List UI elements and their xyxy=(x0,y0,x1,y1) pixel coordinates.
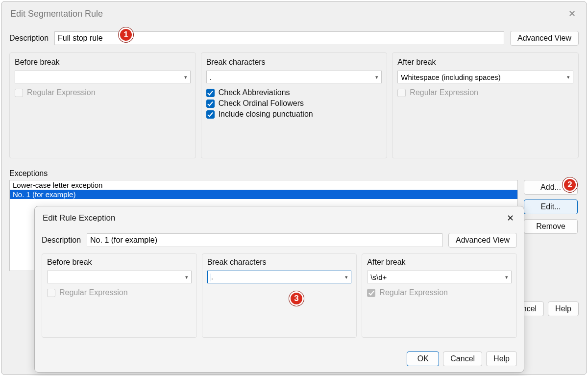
inner-break-label: Break characters xyxy=(207,258,352,267)
break-characters-combo[interactable]: . ▾ xyxy=(206,71,382,83)
chevron-down-icon: ▾ xyxy=(567,74,570,80)
list-item[interactable]: No. 1 (for example) xyxy=(10,190,517,199)
help-button[interactable]: Help xyxy=(548,301,579,316)
inner-help-button[interactable]: Help xyxy=(486,351,517,366)
panel-before-break: Before break ▾ Regular Expression xyxy=(9,52,196,158)
list-item[interactable]: Lower-case letter exception xyxy=(10,180,517,190)
inner-ok-button[interactable]: OK xyxy=(407,351,439,366)
inner-after-regex-row: Regular Expression xyxy=(367,288,512,297)
inner-description-label: Description xyxy=(42,236,81,245)
inner-panel-after-break: After break \s\d+ ▾ Regular Expression xyxy=(362,253,517,338)
callout-marker-3: 3 xyxy=(289,291,304,306)
check-ordinal-checkbox[interactable] xyxy=(206,100,215,108)
callout-marker-1: 1 xyxy=(119,27,133,42)
after-regex-checkbox xyxy=(397,89,406,97)
after-regex-row: Regular Expression xyxy=(397,88,573,97)
callout-marker-2: 2 xyxy=(563,177,577,192)
inner-after-combo[interactable]: \s\d+ ▾ xyxy=(367,271,512,283)
before-regex-checkbox xyxy=(15,89,23,97)
inner-description-input[interactable] xyxy=(87,233,442,247)
chevron-down-icon: ▾ xyxy=(345,274,348,280)
before-regex-row: Regular Expression xyxy=(15,88,191,97)
edit-rule-exception-dialog: Edit Rule Exception ✕ Description Advanc… xyxy=(34,206,524,373)
advanced-view-button[interactable]: Advanced View xyxy=(510,31,579,46)
inner-before-regex-row: Regular Expression xyxy=(47,288,192,297)
remove-exception-button[interactable]: Remove xyxy=(524,219,578,234)
inner-break-combo[interactable]: . ▾ xyxy=(207,271,352,283)
caret-icon xyxy=(211,274,211,281)
chevron-down-icon: ▾ xyxy=(505,274,508,280)
titlebar: Edit Segmentation Rule ✕ xyxy=(1,1,587,22)
chevron-down-icon: ▾ xyxy=(375,74,378,80)
include-closing-label: Include closing punctuation xyxy=(219,110,313,119)
inner-panel-before-break: Before break ▾ Regular Expression xyxy=(42,253,197,338)
check-abbreviations-checkbox[interactable] xyxy=(206,89,215,97)
edit-exception-button[interactable]: Edit... xyxy=(524,200,578,214)
after-regex-label: Regular Expression xyxy=(410,88,478,97)
panel-break-characters: Break characters . ▾ Check Abbreviations… xyxy=(201,52,388,158)
inner-advanced-view-button[interactable]: Advanced View xyxy=(448,233,517,248)
inner-before-combo[interactable]: ▾ xyxy=(47,271,192,283)
chevron-down-icon: ▾ xyxy=(185,274,188,280)
inner-after-regex-checkbox xyxy=(367,289,375,297)
inner-cancel-button[interactable]: Cancel xyxy=(443,351,482,366)
inner-panel-break-characters: Break characters . ▾ xyxy=(202,253,357,338)
inner-before-regex-label: Regular Expression xyxy=(59,288,128,297)
close-icon[interactable]: ✕ xyxy=(502,213,518,224)
description-label: Description xyxy=(9,34,49,43)
dialog-title: Edit Segmentation Rule xyxy=(10,9,103,19)
after-break-combo[interactable]: Whitespace (including spaces) ▾ xyxy=(397,71,573,83)
inner-before-regex-checkbox xyxy=(47,289,55,297)
check-abbreviations-row[interactable]: Check Abbreviations xyxy=(206,88,382,97)
inner-dialog-title: Edit Rule Exception xyxy=(43,213,115,223)
break-characters-label: Break characters xyxy=(206,58,382,67)
panel-after-break: After break Whitespace (including spaces… xyxy=(392,52,579,158)
before-break-combo[interactable]: ▾ xyxy=(15,71,191,83)
include-closing-checkbox[interactable] xyxy=(206,110,215,119)
close-icon[interactable]: ✕ xyxy=(564,8,580,19)
check-ordinal-row[interactable]: Check Ordinal Followers xyxy=(206,99,382,108)
include-closing-row[interactable]: Include closing punctuation xyxy=(206,110,382,119)
chevron-down-icon: ▾ xyxy=(184,74,187,80)
exceptions-label: Exceptions xyxy=(9,169,579,178)
before-regex-label: Regular Expression xyxy=(27,88,96,97)
inner-after-label: After break xyxy=(367,258,512,267)
check-ordinal-label: Check Ordinal Followers xyxy=(219,99,304,108)
check-abbreviations-label: Check Abbreviations xyxy=(219,88,290,97)
before-break-label: Before break xyxy=(15,58,191,67)
after-break-label: After break xyxy=(397,58,573,67)
inner-titlebar: Edit Rule Exception ✕ xyxy=(35,206,524,226)
inner-before-label: Before break xyxy=(47,258,192,267)
inner-after-regex-label: Regular Expression xyxy=(379,288,448,297)
